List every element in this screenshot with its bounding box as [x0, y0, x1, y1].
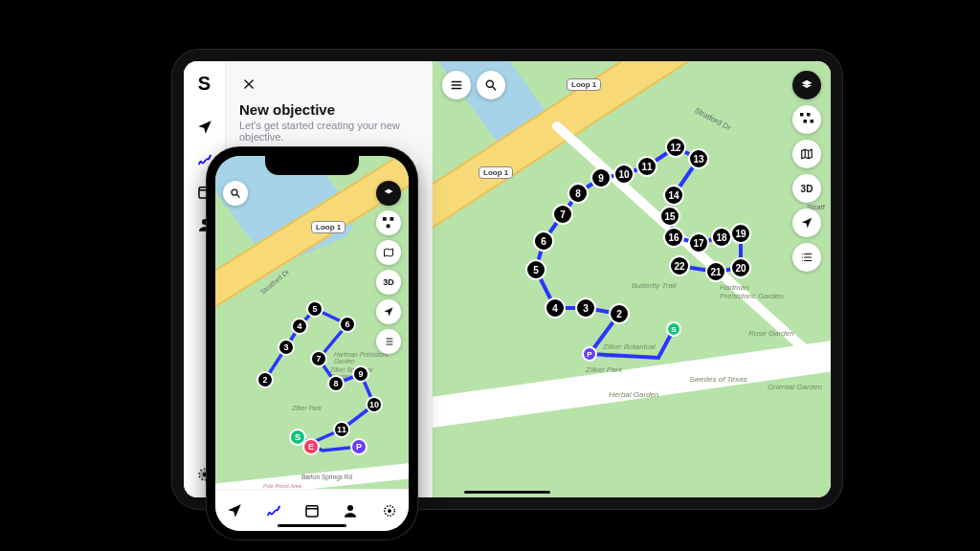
svg-rect-8: [804, 120, 808, 123]
waypoint-7[interactable]: 7: [310, 350, 327, 367]
3d-button[interactable]: 3D: [792, 174, 821, 203]
waypoint-6[interactable]: 6: [339, 316, 356, 333]
waypoint-11[interactable]: 11: [636, 156, 657, 177]
svg-point-18: [388, 509, 391, 513]
nav-arrow-icon: [800, 216, 813, 230]
panel-title: New objective: [239, 101, 418, 118]
waypoint-9[interactable]: 9: [590, 167, 612, 188]
sidebar-item-navigate[interactable]: [191, 114, 218, 141]
calendar-icon: [303, 502, 321, 519]
waypoint-4[interactable]: 4: [545, 298, 566, 319]
search-button[interactable]: [223, 181, 248, 206]
ipad-map-controls-top-left: [442, 71, 505, 99]
parking-marker[interactable]: P: [350, 438, 368, 455]
map-icon: [383, 247, 394, 258]
ipad-home-indicator: [464, 491, 550, 494]
iphone-screen: Loop 1 Stratford Dr Zilker Botanical Gar…: [215, 156, 409, 531]
layers-button[interactable]: [792, 71, 821, 99]
tab-settings[interactable]: [377, 498, 402, 523]
iphone-notch: [265, 156, 359, 175]
waypoint-9[interactable]: 9: [352, 365, 369, 383]
map-style-button[interactable]: [376, 240, 401, 265]
parking-marker[interactable]: P: [582, 346, 597, 362]
layers-icon: [800, 78, 813, 92]
ipad-route-line: [433, 61, 831, 497]
route-icon: [265, 502, 282, 519]
layers-icon: [383, 187, 394, 199]
waypoint-15[interactable]: 15: [659, 206, 680, 227]
close-icon: [242, 77, 256, 91]
nav-arrow-icon: [226, 502, 243, 519]
tab-calendar[interactable]: [300, 498, 324, 523]
iphone-map-controls-top-left: [223, 181, 248, 206]
layers-button[interactable]: [376, 181, 401, 206]
waypoint-6[interactable]: 6: [533, 231, 554, 252]
end-marker[interactable]: E: [302, 438, 320, 455]
iphone-home-indicator: [278, 524, 346, 527]
waypoint-5[interactable]: 5: [525, 259, 546, 280]
waypoint-20[interactable]: 20: [730, 257, 751, 278]
iphone-map-controls-top-right: 3D: [376, 181, 401, 354]
search-icon: [230, 187, 241, 199]
waypoint-8[interactable]: 8: [327, 375, 345, 392]
waypoint-13[interactable]: 13: [688, 148, 709, 169]
nav-arrow-icon: [196, 119, 213, 136]
tab-profile[interactable]: [338, 498, 363, 523]
map-icon: [800, 147, 813, 161]
svg-rect-12: [383, 217, 387, 221]
waypoint-2[interactable]: 2: [609, 303, 630, 324]
locate-button[interactable]: [792, 209, 821, 237]
waypoint-14[interactable]: 14: [663, 185, 684, 206]
3d-button[interactable]: 3D: [376, 270, 401, 295]
waypoint-12[interactable]: 12: [665, 137, 686, 158]
tab-route[interactable]: [261, 498, 286, 523]
svg-rect-7: [807, 113, 811, 117]
checker-button[interactable]: [792, 105, 821, 134]
list-button[interactable]: [792, 243, 821, 272]
person-icon: [342, 502, 359, 519]
app-logo: S: [198, 73, 211, 95]
waypoint-22[interactable]: 22: [669, 255, 690, 276]
ipad-map[interactable]: Loop 1 Loop 1 Stratford Dr Stratf Zilker…: [433, 61, 831, 497]
waypoint-3[interactable]: 3: [278, 339, 295, 356]
waypoint-8[interactable]: 8: [568, 183, 589, 204]
tab-navigate[interactable]: [222, 498, 247, 523]
nav-arrow-icon: [383, 306, 394, 318]
list-icon: [800, 251, 813, 264]
waypoint-3[interactable]: 3: [575, 298, 596, 319]
locate-button[interactable]: [376, 299, 401, 324]
waypoint-5[interactable]: 5: [306, 300, 323, 318]
hamburger-button[interactable]: [442, 71, 471, 99]
svg-rect-13: [390, 217, 394, 221]
waypoint-18[interactable]: 18: [711, 227, 732, 248]
waypoint-16[interactable]: 16: [663, 227, 684, 248]
checker-button[interactable]: [376, 210, 401, 235]
waypoint-4[interactable]: 4: [291, 318, 308, 335]
waypoint-17[interactable]: 17: [688, 232, 709, 253]
iphone-device: Loop 1 Stratford Dr Zilker Botanical Gar…: [207, 147, 417, 540]
waypoint-10[interactable]: 10: [366, 396, 383, 413]
list-button[interactable]: [376, 329, 401, 354]
iphone-map[interactable]: Loop 1 Stratford Dr Zilker Botanical Gar…: [215, 156, 409, 531]
search-icon: [484, 78, 498, 92]
hamburger-icon: [450, 78, 463, 92]
gear-icon: [381, 502, 398, 519]
svg-point-16: [347, 505, 353, 511]
close-panel-button[interactable]: [239, 75, 258, 94]
start-marker[interactable]: S: [666, 321, 681, 337]
waypoint-10[interactable]: 10: [613, 164, 635, 185]
waypoint-19[interactable]: 19: [730, 223, 751, 244]
waypoint-7[interactable]: 7: [552, 204, 573, 225]
panel-subtitle: Let's get started creating your new obje…: [239, 120, 418, 143]
svg-rect-9: [811, 120, 814, 123]
svg-rect-15: [306, 505, 318, 516]
search-button[interactable]: [477, 71, 505, 99]
map-style-button[interactable]: [792, 140, 821, 168]
waypoint-2[interactable]: 2: [256, 371, 274, 388]
ipad-map-controls-top-right: 3D: [792, 71, 821, 272]
waypoint-21[interactable]: 21: [705, 261, 726, 282]
waypoint-11[interactable]: 11: [333, 421, 350, 438]
svg-rect-14: [387, 225, 390, 229]
list-icon: [383, 336, 394, 347]
svg-rect-6: [800, 113, 804, 117]
